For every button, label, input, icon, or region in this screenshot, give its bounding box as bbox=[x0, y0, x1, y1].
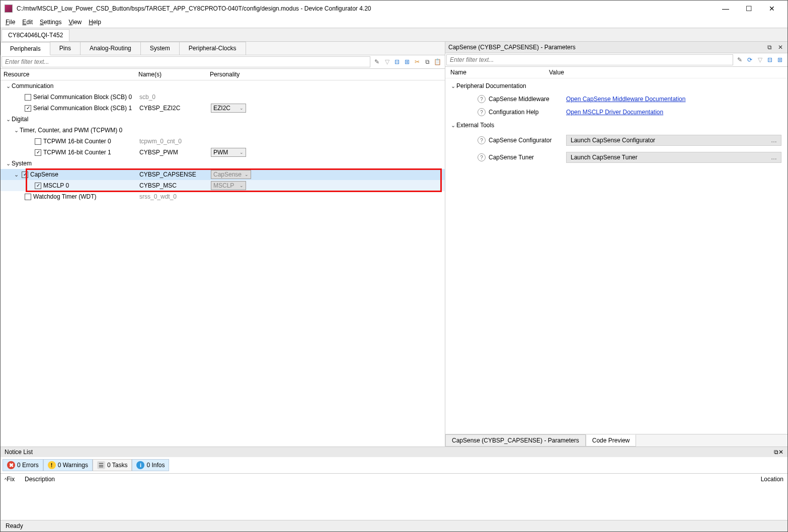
checkbox-scb1[interactable] bbox=[25, 105, 31, 112]
row-scb0[interactable]: Serial Communication Block (SCB) 0 scb_0 bbox=[1, 92, 445, 103]
tab-parameters[interactable]: CapSense (CYBSP_CAPSENSE) - Parameters bbox=[445, 434, 586, 447]
filter-infos[interactable]: i0 Infos bbox=[132, 459, 169, 471]
col-fix: ^Fix bbox=[5, 476, 25, 483]
titlebar: C:/mtw/MSCLP_Low_Power_CSD_Button/bsps/T… bbox=[1, 1, 787, 17]
link-middleware-doc[interactable]: Open CapSense Middleware Documentation bbox=[566, 96, 685, 103]
right-pane: CapSense (CYBSP_CAPSENSE) - Parameters ⧉… bbox=[445, 42, 787, 447]
tab-code-preview[interactable]: Code Preview bbox=[586, 434, 637, 447]
close-notice-icon[interactable]: ✕ bbox=[778, 449, 783, 456]
paste-icon[interactable]: 📋 bbox=[433, 57, 442, 66]
row-middleware: ? CapSense Middleware Open CapSense Midd… bbox=[445, 93, 787, 106]
menu-help[interactable]: Help bbox=[89, 19, 101, 26]
tab-peripherals[interactable]: Peripherals bbox=[1, 42, 50, 55]
refresh-icon[interactable]: ⟳ bbox=[745, 55, 754, 64]
personality-capsense: CapSense⌄ bbox=[211, 170, 251, 179]
window-title: C:/mtw/MSCLP_Low_Power_CSD_Button/bsps/T… bbox=[17, 5, 714, 12]
checkbox-tcpwm0[interactable] bbox=[35, 138, 41, 145]
checkbox-wdt[interactable] bbox=[25, 194, 31, 200]
collapse-icon-r[interactable]: ⊟ bbox=[765, 55, 774, 64]
tab-pins[interactable]: Pins bbox=[50, 42, 81, 55]
params-filter-input[interactable] bbox=[446, 54, 733, 65]
group-documentation[interactable]: Peripheral Documentation bbox=[445, 79, 787, 93]
group-tcpwm[interactable]: Timer, Counter, and PWM (TCPWM) 0 bbox=[1, 125, 445, 136]
collapse-icon[interactable]: ⊟ bbox=[392, 57, 402, 66]
row-configurator: ? CapSense Configurator Launch CapSense … bbox=[445, 132, 787, 149]
device-tab[interactable]: CY8C4046LQI-T452 bbox=[2, 29, 69, 41]
menubar: File Edit Settings View Help bbox=[1, 17, 787, 28]
tab-system[interactable]: System bbox=[140, 42, 180, 55]
group-external-tools[interactable]: External Tools bbox=[445, 119, 787, 132]
help-icon[interactable]: ? bbox=[478, 153, 486, 161]
row-config-help: ? Configuration Help Open MSCLP Driver D… bbox=[445, 106, 787, 119]
col-resource: Resource bbox=[4, 71, 138, 78]
row-scb1[interactable]: Serial Communication Block (SCB) 1 CYBSP… bbox=[1, 103, 445, 114]
clear-filter-icon[interactable]: ✎ bbox=[372, 57, 381, 66]
personality-tcpwm1[interactable]: PWM⌄ bbox=[211, 148, 246, 157]
launch-configurator-button[interactable]: Launch CapSense Configurator… bbox=[566, 135, 781, 146]
app-icon bbox=[5, 5, 13, 13]
maximize-button[interactable]: ☐ bbox=[737, 1, 760, 17]
statusbar: Ready bbox=[1, 520, 787, 531]
filter-warnings[interactable]: !0 Warnings bbox=[43, 459, 93, 471]
menu-settings[interactable]: Settings bbox=[40, 19, 61, 26]
row-tcpwm0[interactable]: TCPWM 16-bit Counter 0 tcpwm_0_cnt_0 bbox=[1, 136, 445, 147]
expand-icon-r[interactable]: ⊞ bbox=[775, 55, 784, 64]
row-wdt[interactable]: Watchdog Timer (WDT) srss_0_wdt_0 bbox=[1, 191, 445, 202]
col-names: Name(s) bbox=[138, 71, 210, 78]
filter-input[interactable] bbox=[2, 56, 370, 67]
params-title: CapSense (CYBSP_CAPSENSE) - Parameters bbox=[448, 44, 762, 51]
filter-icon[interactable]: ▽ bbox=[382, 57, 391, 66]
help-icon[interactable]: ? bbox=[478, 95, 486, 103]
menu-file[interactable]: File bbox=[6, 19, 15, 26]
undock-icon[interactable]: ⧉ bbox=[765, 43, 773, 51]
pcol-value: Value bbox=[549, 69, 564, 76]
col-description: Description bbox=[25, 476, 761, 483]
personality-scb1[interactable]: EZI2C⌄ bbox=[211, 104, 246, 113]
personality-msclp: MSCLP⌄ bbox=[211, 181, 246, 190]
row-tcpwm1[interactable]: TCPWM 16-bit Counter 1 CYBSP_PWM PWM⌄ bbox=[1, 147, 445, 158]
launch-tuner-button[interactable]: Launch CapSense Tuner… bbox=[566, 152, 781, 163]
notice-body bbox=[1, 485, 787, 520]
col-location: Location bbox=[761, 476, 783, 483]
tab-peripheral-clocks[interactable]: Peripheral-Clocks bbox=[179, 42, 246, 55]
copy-icon[interactable]: ⧉ bbox=[423, 57, 432, 66]
filter-icon-r[interactable]: ▽ bbox=[755, 55, 764, 64]
cut-icon[interactable]: ✂ bbox=[413, 57, 422, 66]
help-icon[interactable]: ? bbox=[478, 108, 486, 116]
notice-title: Notice List bbox=[5, 449, 774, 456]
group-communication[interactable]: Communication bbox=[1, 80, 445, 92]
group-digital[interactable]: Digital bbox=[1, 114, 445, 125]
undock-notice-icon[interactable]: ⧉ bbox=[774, 449, 778, 456]
device-tab-row: CY8C4046LQI-T452 bbox=[1, 28, 787, 42]
row-tuner: ? CapSense Tuner Launch CapSense Tuner… bbox=[445, 149, 787, 166]
minimize-button[interactable]: — bbox=[714, 1, 737, 17]
config-tabs: Peripherals Pins Analog-Routing System P… bbox=[1, 42, 445, 55]
checkbox-tcpwm1[interactable] bbox=[35, 149, 41, 156]
help-icon[interactable]: ? bbox=[478, 136, 486, 144]
col-personality: Personality bbox=[210, 71, 240, 78]
pcol-name: Name bbox=[450, 69, 549, 76]
notice-panel: Notice List ⧉ ✕ ✖0 Errors !0 Warnings ☰0… bbox=[1, 447, 787, 520]
group-system[interactable]: System bbox=[1, 158, 445, 169]
left-pane: Peripherals Pins Analog-Routing System P… bbox=[1, 42, 445, 447]
filter-tasks[interactable]: ☰0 Tasks bbox=[93, 459, 132, 471]
filter-errors[interactable]: ✖0 Errors bbox=[3, 459, 43, 471]
clear-filter-icon-r[interactable]: ✎ bbox=[735, 55, 744, 64]
close-panel-icon[interactable]: ✕ bbox=[776, 43, 784, 51]
menu-edit[interactable]: Edit bbox=[22, 19, 33, 26]
params-body: Peripheral Documentation ? CapSense Midd… bbox=[445, 78, 787, 434]
resource-tree: Communication Serial Communication Block… bbox=[1, 80, 445, 447]
close-button[interactable]: ✕ bbox=[760, 1, 783, 17]
link-driver-doc[interactable]: Open MSCLP Driver Documentation bbox=[566, 109, 663, 116]
menu-view[interactable]: View bbox=[68, 19, 82, 26]
tab-analog-routing[interactable]: Analog-Routing bbox=[80, 42, 141, 55]
expand-icon[interactable]: ⊞ bbox=[403, 57, 412, 66]
checkbox-scb0[interactable] bbox=[25, 94, 31, 101]
